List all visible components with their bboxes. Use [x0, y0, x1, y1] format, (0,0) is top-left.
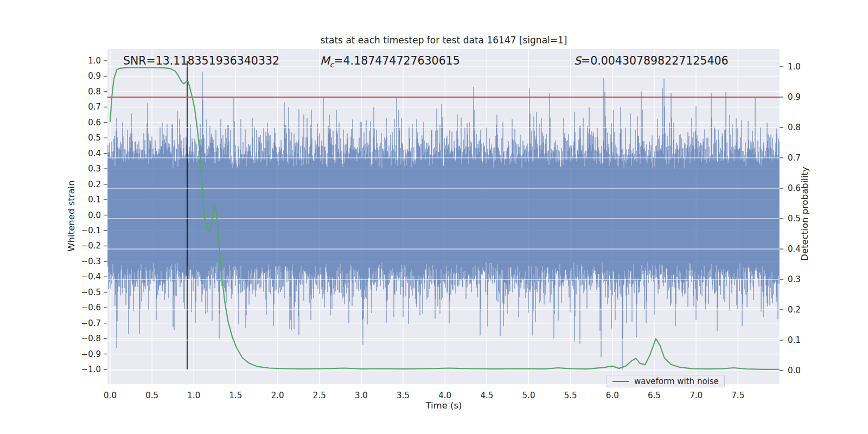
x-tick-label: 2.0: [271, 391, 284, 400]
y-tick-label-left: −0.7: [81, 318, 101, 328]
y-tick-label-left: 0.4: [88, 149, 101, 158]
annotation-snr: SNR=13.118351936340332: [123, 54, 279, 67]
y-tick-label-right: 0.4: [788, 244, 801, 254]
y-tick-label-left: 0.8: [88, 87, 101, 97]
annotation-snr-value: =13.118351936340332: [146, 54, 279, 67]
x-tick-label: 1.0: [187, 391, 200, 400]
y-tick-label-right: 0.7: [788, 153, 801, 163]
legend-label: waveform with noise: [634, 376, 719, 386]
y-tick-label-left: 0.0: [88, 210, 101, 220]
annotation-s-stat-symbol: S: [574, 54, 581, 67]
x-tick-label: 3.5: [397, 391, 410, 400]
y-tick-label-left: 0.3: [88, 164, 101, 174]
y-tick-label-left: −0.2: [81, 241, 101, 251]
y-tick-label-left: 0.7: [88, 102, 101, 112]
y-tick-label-right: 0.9: [788, 92, 801, 102]
annotation-chirp-mass: Mc=4.187474727630615: [320, 54, 460, 69]
y-axis-label-left: Whitened strain: [66, 180, 76, 251]
y-tick-label-left: −1.0: [81, 365, 101, 374]
y-tick-label-left: 0.9: [88, 71, 101, 81]
legend-line-icon: [612, 381, 629, 382]
figure: stats at each timestep for test data 161…: [0, 0, 868, 434]
y-tick-label-right: 0.6: [788, 183, 801, 193]
x-tick-label: 5.5: [564, 391, 577, 400]
y-tick-label-right: 0.1: [788, 335, 801, 345]
y-tick-label-left: 0.2: [88, 180, 101, 189]
annotation-s-stat-value: =0.004307898227125406: [581, 54, 729, 67]
legend: waveform with noise: [607, 375, 725, 387]
x-tick-label: 7.5: [731, 391, 744, 400]
x-tick-label: 3.0: [355, 391, 368, 400]
y-tick-label-left: −0.6: [81, 303, 101, 312]
chart-title: stats at each timestep for test data 161…: [107, 35, 780, 46]
y-tick-label-right: 0.8: [788, 123, 801, 132]
y-tick-label-left: 1.0: [88, 56, 101, 66]
y-tick-label-left: −0.3: [81, 257, 101, 266]
y-tick-label-left: 0.6: [88, 118, 101, 127]
x-axis-label: Time (s): [107, 400, 780, 411]
x-tick-label: 4.0: [438, 391, 451, 400]
x-tick-label: 0.5: [145, 391, 158, 400]
annotation-chirp-mass-value: =4.187474727630615: [334, 54, 459, 67]
y-tick-label-right: 0.2: [788, 305, 801, 315]
y-tick-label-left: 0.5: [88, 133, 101, 143]
y-axis-label-right: Detection probability: [800, 167, 810, 260]
x-tick-label: 7.0: [690, 391, 703, 400]
y-tick-label-left: −0.5: [81, 288, 101, 297]
x-tick-label: 1.5: [229, 391, 242, 400]
y-tick-label-right: 0.5: [788, 214, 801, 224]
x-tick-label: 6.5: [648, 391, 661, 400]
y-tick-label-left: −0.1: [81, 226, 101, 235]
annotation-chirp-mass-symbol: M: [320, 54, 330, 67]
y-tick-label-right: 1.0: [788, 62, 801, 72]
x-tick-label: 6.0: [606, 391, 619, 400]
x-tick-label: 4.5: [480, 391, 493, 400]
y-tick-label-right: 0.3: [788, 275, 801, 284]
annotation-snr-symbol: SNR: [123, 54, 146, 67]
x-tick-label: 5.0: [522, 391, 535, 400]
x-tick-label: 2.5: [313, 391, 326, 400]
y-tick-label-right: 0.0: [788, 366, 801, 375]
y-tick-label-left: −0.8: [81, 334, 101, 343]
x-tick-label: 0.0: [104, 391, 117, 400]
y-tick-label-left: −0.9: [81, 349, 101, 359]
annotation-s-stat: S=0.004307898227125406: [574, 54, 729, 67]
y-tick-label-left: −0.4: [81, 272, 101, 282]
y-tick-label-left: 0.1: [88, 195, 101, 205]
